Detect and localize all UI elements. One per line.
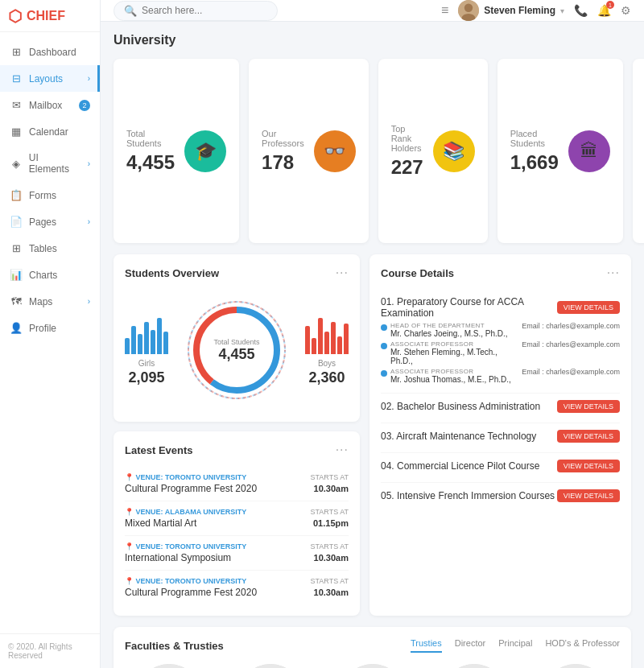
- girls-value: 2,095: [125, 369, 168, 386]
- logo-text: CHIEF: [27, 9, 65, 23]
- bar: [131, 326, 136, 354]
- sidebar-item-label: Profile: [29, 323, 56, 334]
- rank-icon: 📚: [433, 130, 475, 172]
- sidebar-item-tables[interactable]: ⊞ Tables: [0, 235, 100, 262]
- faculties-tab[interactable]: Principal: [498, 638, 532, 653]
- students-menu[interactable]: ···: [336, 266, 349, 280]
- svg-point-33: [238, 664, 303, 668]
- total-value: 4,455: [213, 346, 259, 363]
- profile-icon: 👤: [10, 322, 23, 334]
- sidebar-item-label: Forms: [29, 190, 56, 201]
- events-list: 📍 VENUE: TORONTO UNIVERSITY STARTS AT Cu…: [125, 467, 349, 604]
- sidebar-item-maps[interactable]: 🗺 Maps ›: [0, 288, 100, 315]
- stat-value: 178: [262, 151, 304, 174]
- stat-card-placed: Placed Students 1,669 🏛: [497, 59, 623, 243]
- role-label: ASSOCIATE PROFESSOR: [390, 340, 522, 348]
- list-item: 05. Intensive French Immersion Courses V…: [381, 483, 620, 512]
- sidebar-item-mailbox[interactable]: ✉ Mailbox 2: [0, 92, 100, 118]
- bar: [331, 322, 336, 354]
- donut-chart: Total Students 4,455: [184, 298, 289, 402]
- menu-icon[interactable]: ≡: [441, 3, 448, 18]
- girls-label: Girls: [125, 359, 168, 368]
- sidebar-item-label: UI Elements: [29, 152, 81, 175]
- bar: [144, 322, 149, 354]
- forms-icon: 📋: [10, 189, 23, 201]
- phone-icon[interactable]: 📞: [574, 4, 588, 17]
- stats-row: Total Students 4,455 🎓 Our Professors 17…: [114, 59, 631, 243]
- bar: [337, 336, 342, 354]
- search-bar[interactable]: 🔍: [114, 1, 278, 21]
- email-info: Email : charles@example.com: [522, 368, 620, 376]
- list-item: 📍 VENUE: ALABAMA UNIVERSITY STARTS AT Mi…: [125, 501, 349, 536]
- list-item: 02. Bachelor Business Administration VIE…: [381, 394, 620, 423]
- sidebar-nav: ⊞ Dashboard ⊟ Layouts › ✉ Mailbox 2 ▦ Ca…: [0, 32, 100, 633]
- events-menu[interactable]: ···: [336, 443, 349, 457]
- students-icon: 🎓: [184, 130, 226, 172]
- view-details-button[interactable]: VIEW DETAILS: [557, 430, 620, 443]
- email-info: Email : charles@example.com: [522, 340, 620, 348]
- students-chart: Girls 2,095: [125, 290, 349, 410]
- faculties-tab[interactable]: Trusties: [411, 638, 442, 653]
- events-title: Latest Events: [125, 444, 193, 456]
- view-details-button[interactable]: VIEW DETAILS: [557, 301, 620, 314]
- sidebar-item-layouts[interactable]: ⊟ Layouts ›: [0, 65, 100, 92]
- event-starts: STARTS AT: [310, 542, 349, 550]
- placed-icon: 🏛: [568, 130, 610, 172]
- sidebar-item-ui-elements[interactable]: ◈ UI Elements ›: [0, 145, 100, 182]
- pages-icon: 📄: [10, 216, 23, 228]
- bar: [151, 330, 155, 354]
- sidebar-item-charts[interactable]: 📊 Charts: [0, 262, 100, 288]
- faculty-avatar: [442, 664, 506, 668]
- user-info[interactable]: Steven Fleming ▾: [458, 0, 564, 21]
- boys-side: Boys 2,360: [305, 314, 349, 386]
- event-name: Cultural Programme Fest 2020: [125, 483, 257, 494]
- charts-icon: 📊: [10, 269, 23, 281]
- bar: [312, 338, 316, 354]
- list-item: Dr. Brain Kendrick Managing Trustee: [125, 664, 213, 668]
- view-details-button[interactable]: VIEW DETAILS: [557, 400, 620, 413]
- girls-bars: [125, 314, 168, 354]
- course-menu[interactable]: ···: [607, 266, 620, 280]
- boys-value: 2,360: [305, 369, 349, 386]
- faculties-header: Faculties & Trusties TrustiesDirectorPri…: [125, 638, 620, 653]
- person-name: Mr. Stehen Fleming., M.Tech., Ph.D.,: [390, 348, 522, 365]
- list-item: Dean. Antony Charles Managing Trustee: [531, 664, 620, 668]
- dashboard-icon: ⊞: [10, 46, 23, 58]
- bell-icon[interactable]: 🔔 1: [597, 4, 611, 17]
- faculties-tab[interactable]: HOD's & Professor: [545, 638, 620, 653]
- list-item: 📍 VENUE: TORONTO UNIVERSITY STARTS AT In…: [125, 536, 349, 571]
- faculties-tab[interactable]: Director: [455, 638, 486, 653]
- faculty-avatar: [137, 664, 201, 668]
- header: 🔍 ≡ Steven Fleming ▾ 📞 🔔 1: [101, 0, 644, 22]
- list-item: 📍 VENUE: TORONTO UNIVERSITY STARTS AT Cu…: [125, 571, 349, 604]
- stat-info-professors: Our Professors 178: [262, 129, 304, 174]
- view-details-button[interactable]: VIEW DETAILS: [557, 460, 620, 472]
- sidebar-footer: © 2020. All Rights Reserved: [0, 633, 100, 668]
- list-item: Dean. Antony Charles Managing Trustee: [226, 664, 315, 668]
- event-name: Cultural Programme Fest 2020: [125, 587, 257, 598]
- events-card-header: Latest Events ···: [125, 443, 349, 457]
- bar: [305, 326, 310, 354]
- sidebar-item-calendar[interactable]: ▦ Calendar: [0, 118, 100, 145]
- view-details-button[interactable]: VIEW DETAILS: [557, 489, 620, 502]
- search-input[interactable]: [142, 5, 267, 16]
- list-item: 📍 VENUE: TORONTO UNIVERSITY STARTS AT Cu…: [125, 467, 349, 501]
- sidebar-item-profile[interactable]: 👤 Profile: [0, 315, 100, 341]
- event-venue: 📍 VENUE: TORONTO UNIVERSITY: [125, 577, 246, 585]
- course-detail: ASSOCIATE PROFESSOR Mr. Stehen Fleming.,…: [381, 340, 620, 365]
- sidebar-item-label: Tables: [29, 243, 57, 254]
- stat-value: 227: [391, 156, 423, 179]
- sidebar-item-forms[interactable]: 📋 Forms: [0, 182, 100, 208]
- list-item: 03. Aircraft Maintenance Technology VIEW…: [381, 423, 620, 453]
- bar: [318, 318, 323, 354]
- settings-icon[interactable]: ⚙: [621, 4, 631, 17]
- students-overview-card: Students Overview ···: [114, 254, 360, 422]
- avatar: [458, 0, 479, 21]
- sidebar-item-pages[interactable]: 📄 Pages ›: [0, 208, 100, 235]
- sidebar-item-dashboard[interactable]: ⊞ Dashboard: [0, 39, 100, 65]
- stat-value: 1,669: [510, 151, 559, 174]
- academic-chart-card: Acedamic Results Last 6 Years ▼ 4K 3K 2K…: [633, 59, 644, 243]
- brand-logo[interactable]: ⬡ CHIEF: [0, 0, 100, 32]
- girls-side: Girls 2,095: [125, 314, 168, 386]
- sidebar-item-label: Calendar: [29, 126, 68, 138]
